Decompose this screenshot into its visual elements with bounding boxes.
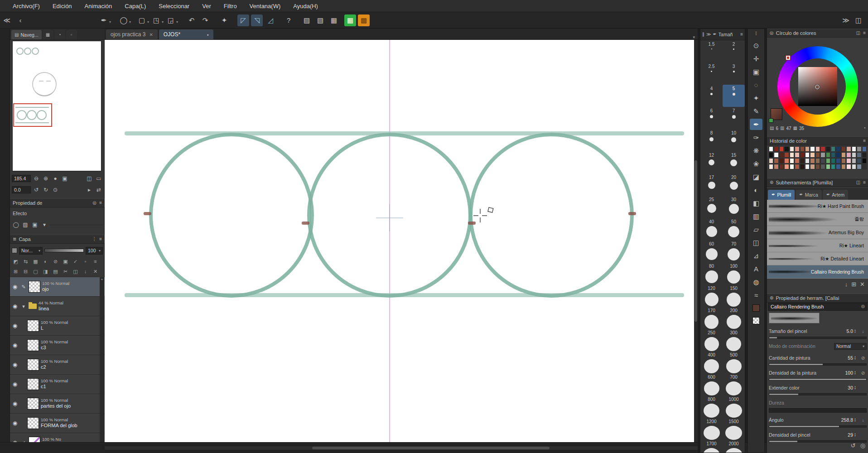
- color-swatch[interactable]: [790, 164, 794, 169]
- redo-icon[interactable]: ↷: [199, 14, 211, 26]
- size-preset[interactable]: 70: [723, 240, 745, 262]
- rotate-reset-icon[interactable]: ⊙: [51, 186, 59, 194]
- fit-screen-icon[interactable]: ▣: [61, 174, 69, 183]
- color-swatch[interactable]: [810, 146, 815, 152]
- close-icon[interactable]: ✕: [149, 32, 153, 37]
- color-swatch[interactable]: [790, 158, 794, 164]
- mask-icon[interactable]: ◩: [11, 257, 20, 265]
- delete-layer-icon[interactable]: ✕: [91, 267, 100, 275]
- brush-row-selected[interactable]: Callairo Rendering Brush: [767, 265, 868, 279]
- color-swatch[interactable]: [831, 158, 835, 164]
- pen-quick-icon[interactable]: ✒: [98, 14, 110, 26]
- frame-tool-icon[interactable]: ◫: [750, 237, 762, 248]
- size-preset[interactable]: 17: [700, 173, 723, 196]
- subtool-tab-plumilla[interactable]: ✒ Plumill: [768, 190, 795, 200]
- color-swatch[interactable]: [862, 158, 867, 164]
- color-swatch[interactable]: [774, 158, 778, 164]
- tab-info[interactable]: ▫: [66, 30, 77, 39]
- dropdown-caret-icon[interactable]: ▾: [129, 20, 131, 24]
- hue-marker[interactable]: [786, 56, 790, 60]
- layer-name[interactable]: L: [41, 325, 68, 332]
- subtool-tab-artem[interactable]: ✒ Artem: [823, 190, 848, 200]
- color-swatch[interactable]: [852, 164, 856, 169]
- color-swatch[interactable]: [826, 146, 830, 152]
- color-wheel-header[interactable]: ◎ Círculo de colores ◫ ≡: [767, 29, 868, 38]
- delete-subtool-icon[interactable]: ✕: [860, 281, 865, 287]
- undo-icon[interactable]: ↶: [186, 14, 198, 26]
- apply-mask-icon[interactable]: ▤: [51, 267, 60, 275]
- rotation-value[interactable]: 0.0: [12, 186, 31, 193]
- color-swatch[interactable]: [805, 146, 810, 152]
- brush-row[interactable]: 졸랑: [767, 213, 868, 226]
- eye-icon[interactable]: ◉: [11, 401, 19, 406]
- brush-row[interactable]: Ri★ Detailed Lineart: [767, 252, 868, 265]
- size-preset-selected[interactable]: 5: [723, 85, 745, 107]
- layer-name[interactable]: c2: [41, 364, 68, 371]
- lock-icon[interactable]: ⊝: [861, 304, 865, 309]
- sub-color-chip[interactable]: [769, 118, 773, 123]
- step-icon[interactable]: ▸: [85, 186, 93, 194]
- color-swatch[interactable]: [846, 146, 851, 152]
- color-swatch[interactable]: [841, 158, 846, 164]
- rotate-cw-icon[interactable]: ↻: [42, 186, 50, 194]
- color-swatch[interactable]: [857, 164, 861, 169]
- eye-icon[interactable]: ◉: [11, 381, 19, 387]
- eye-icon[interactable]: ◉: [11, 362, 19, 367]
- import-icon[interactable]: ↓: [845, 281, 848, 287]
- new-raster-layer-icon[interactable]: ▦: [31, 257, 40, 265]
- color-swatch[interactable]: [774, 152, 778, 158]
- color-swatch[interactable]: [862, 146, 867, 152]
- pen-tool-icon[interactable]: ✒: [750, 119, 762, 130]
- color-swatch[interactable]: [784, 164, 789, 169]
- layer-name[interactable]: linea: [39, 306, 63, 312]
- transparent-color-chip[interactable]: [752, 317, 760, 324]
- save-file-icon[interactable]: ◲: [165, 14, 177, 26]
- color-swatch[interactable]: [779, 152, 784, 158]
- panel-menu-icon[interactable]: ≡: [740, 32, 743, 37]
- dropdown-caret-icon[interactable]: ▾: [109, 20, 111, 24]
- color-swatch[interactable]: [820, 146, 825, 152]
- size-preset[interactable]: 25: [700, 196, 723, 218]
- panel-dots-icon[interactable]: ⋮: [92, 237, 96, 241]
- reference-icon[interactable]: ▣: [61, 257, 70, 265]
- navigator-preview[interactable]: [12, 41, 101, 171]
- color-swatch[interactable]: [820, 152, 825, 158]
- size-preset[interactable]: 12: [700, 151, 723, 173]
- layer-thumbnail[interactable]: [27, 320, 39, 332]
- layer-name[interactable]: c1: [41, 384, 68, 390]
- size-preset[interactable]: 2: [723, 40, 745, 63]
- color-swatch[interactable]: [774, 146, 778, 152]
- source-override-icon[interactable]: ⊘: [859, 371, 867, 376]
- color-swatch[interactable]: [846, 158, 851, 164]
- blend-mode-dropdown[interactable]: Normal ▾: [834, 343, 867, 350]
- color-swatch[interactable]: [841, 152, 846, 158]
- layer-name[interactable]: ojo: [42, 286, 69, 293]
- grid-view-icon[interactable]: ▦: [344, 14, 356, 26]
- zoom-value[interactable]: 185.4: [12, 175, 31, 182]
- tab-navegador[interactable]: ▤ Naveg...: [11, 30, 42, 39]
- reset-settings-icon[interactable]: ↺: [851, 443, 856, 448]
- decoration-tool-icon[interactable]: ❀: [750, 158, 762, 169]
- tab-ojos[interactable]: OJOS* ●: [159, 29, 213, 39]
- size-preset[interactable]: 120: [700, 284, 723, 307]
- color-swatch[interactable]: [836, 164, 840, 169]
- ellipse-quick-icon[interactable]: ◯: [118, 14, 130, 26]
- menu-capa[interactable]: Capa(L): [118, 0, 152, 12]
- eye-icon[interactable]: ◉: [11, 420, 19, 426]
- layer-row-c2[interactable]: ◉ 100 % Normalc2: [10, 355, 105, 375]
- color-swatch[interactable]: [805, 164, 810, 169]
- color-swatch[interactable]: [841, 164, 846, 169]
- sv-marker[interactable]: [815, 85, 820, 89]
- move-tool-icon[interactable]: ✛: [750, 53, 762, 64]
- color-swatch[interactable]: [774, 164, 778, 169]
- color-swatch[interactable]: [795, 152, 799, 158]
- size-preset[interactable]: 10: [723, 129, 745, 151]
- tool-property-header[interactable]: ⊛ Propiedad de herram. [Callai: [767, 294, 868, 303]
- size-preset[interactable]: 4: [700, 85, 723, 107]
- canvas-drawing-area[interactable]: [105, 40, 698, 442]
- size-preset[interactable]: 300: [723, 329, 745, 351]
- brush-size-header[interactable]: ∥ ≫ ✒ Tamañ ≡: [700, 29, 745, 40]
- draft-icon[interactable]: ▫: [81, 257, 90, 265]
- blend-tool-icon[interactable]: ◐: [750, 184, 762, 196]
- color-swatch[interactable]: [769, 164, 773, 169]
